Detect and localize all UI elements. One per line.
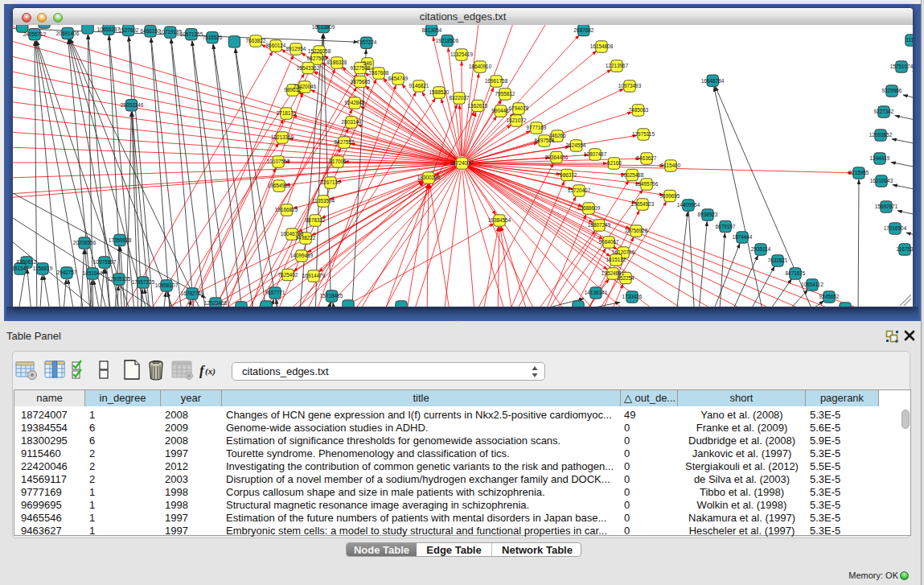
svg-text:7955812: 7955812 <box>495 91 515 97</box>
svg-text:12213967: 12213967 <box>606 63 629 68</box>
svg-text:24055712: 24055712 <box>23 31 47 37</box>
svg-text:989612: 989612 <box>284 87 302 93</box>
svg-text:20691406: 20691406 <box>56 31 80 36</box>
svg-text:917006: 917006 <box>329 159 347 164</box>
svg-text:18640910: 18640910 <box>469 64 492 69</box>
svg-text:8350612: 8350612 <box>17 259 37 265</box>
svg-text:29053346: 29053346 <box>121 102 144 108</box>
svg-text:15226058: 15226058 <box>308 48 331 54</box>
svg-text:9699695: 9699695 <box>660 193 680 199</box>
svg-text:7625402: 7625402 <box>278 272 298 278</box>
svg-text:9463627: 9463627 <box>637 155 657 161</box>
svg-text:18724007: 18724007 <box>450 160 474 166</box>
svg-text:12093852: 12093852 <box>869 132 893 138</box>
svg-text:1451944: 1451944 <box>83 270 103 276</box>
svg-text:9329966: 9329966 <box>882 88 902 93</box>
svg-text:391547: 391547 <box>13 266 29 271</box>
svg-text:17016504: 17016504 <box>884 225 907 231</box>
svg-text:3267130: 3267130 <box>321 179 341 185</box>
svg-text:7632621: 7632621 <box>768 257 788 263</box>
svg-text:1112: 1112 <box>906 37 913 43</box>
svg-text:2087682: 2087682 <box>574 27 594 33</box>
svg-text:10958107: 10958107 <box>155 282 179 288</box>
svg-text:7485063: 7485063 <box>629 107 649 113</box>
svg-text:1362615: 1362615 <box>468 103 488 109</box>
svg-text:12905135: 12905135 <box>108 276 131 282</box>
svg-text:8660124: 8660124 <box>266 43 286 48</box>
svg-text:8427552: 8427552 <box>335 139 355 145</box>
svg-text:7663822: 7663822 <box>246 38 266 43</box>
svg-text:8912954: 8912954 <box>286 46 306 51</box>
svg-text:1615132: 1615132 <box>606 257 626 262</box>
svg-text:8878332: 8878332 <box>306 217 326 223</box>
svg-text:16154808: 16154808 <box>590 43 614 49</box>
svg-text:3624554: 3624554 <box>566 142 586 148</box>
svg-text:10688609: 10688609 <box>577 205 601 211</box>
svg-text:6497568: 6497568 <box>535 138 555 143</box>
svg-text:14409954: 14409954 <box>677 202 700 208</box>
svg-text:2942757: 2942757 <box>57 270 77 275</box>
svg-text:6794078: 6794078 <box>509 105 529 111</box>
svg-text:8471676: 8471676 <box>786 270 806 276</box>
svg-text:19756928: 19756928 <box>625 228 648 233</box>
svg-text:9245652: 9245652 <box>819 294 840 299</box>
svg-text:10654112: 10654112 <box>801 282 823 287</box>
svg-text:9498222: 9498222 <box>296 235 316 241</box>
svg-text:17359928: 17359928 <box>109 237 132 243</box>
svg-text:16210643: 16210643 <box>870 178 893 183</box>
svg-text:9777169: 9777169 <box>527 125 547 130</box>
svg-text:17975115: 17975115 <box>632 131 655 137</box>
svg-text:(x): (x) <box>205 366 216 377</box>
svg-text:1156819: 1156819 <box>33 266 53 271</box>
svg-text:20206556: 20206556 <box>73 240 97 245</box>
svg-text:9242848: 9242848 <box>345 100 365 105</box>
svg-text:11325419: 11325419 <box>450 51 473 57</box>
svg-text:990448: 990448 <box>491 108 509 113</box>
svg-text:3875685: 3875685 <box>351 79 371 84</box>
svg-text:7515526: 7515526 <box>203 35 223 40</box>
svg-text:10025488: 10025488 <box>621 172 644 178</box>
svg-text:8938923: 8938923 <box>698 212 718 217</box>
svg-text:252254: 252254 <box>617 275 634 281</box>
svg-text:15692971: 15692971 <box>875 204 898 209</box>
svg-text:2803144: 2803144 <box>342 119 362 125</box>
svg-text:18300295: 18300295 <box>417 175 441 180</box>
svg-text:9146821: 9146821 <box>409 83 429 89</box>
svg-text:19654983: 19654983 <box>268 183 291 188</box>
svg-text:10655287: 10655287 <box>97 27 121 32</box>
svg-text:62160: 62160 <box>607 160 622 166</box>
svg-text:20364436: 20364436 <box>545 154 569 160</box>
svg-text:7986372: 7986372 <box>557 172 577 178</box>
svg-text:6679197: 6679197 <box>716 224 736 229</box>
svg-text:10807487: 10807487 <box>584 151 607 157</box>
svg-text:17957225: 17957225 <box>132 279 155 285</box>
svg-text:8215955: 8215955 <box>849 170 869 175</box>
svg-text:16648784: 16648784 <box>701 78 725 84</box>
svg-text:2718176: 2718176 <box>277 110 297 116</box>
svg-text:9084067: 9084067 <box>599 239 619 245</box>
svg-text:14136141: 14136141 <box>585 290 608 295</box>
svg-text:10671355: 10671355 <box>180 31 203 37</box>
svg-text:15751074: 15751074 <box>890 64 913 69</box>
svg-text:19384554: 19384554 <box>488 217 511 223</box>
svg-text:9115460: 9115460 <box>661 163 681 168</box>
svg-text:16961758: 16961758 <box>485 78 508 84</box>
svg-text:7357224: 7357224 <box>357 39 377 45</box>
svg-text:9327508: 9327508 <box>351 65 371 71</box>
svg-text:10973493: 10973493 <box>618 83 642 89</box>
svg-text:10719185: 10719185 <box>159 29 183 35</box>
svg-text:12923468: 12923468 <box>204 300 228 306</box>
svg-text:14099489: 14099489 <box>290 253 314 258</box>
svg-text:1733426: 1733426 <box>622 294 643 299</box>
svg-text:10975887: 10975887 <box>93 259 117 265</box>
svg-text:9827503: 9827503 <box>307 56 327 61</box>
svg-text:19166825: 19166825 <box>275 207 298 212</box>
svg-text:9657771: 9657771 <box>265 290 285 295</box>
svg-text:1527602: 1527602 <box>119 27 139 33</box>
svg-text:2935114: 2935114 <box>751 246 771 252</box>
svg-text:18807249: 18807249 <box>588 222 611 228</box>
svg-text:16914479: 16914479 <box>302 273 326 278</box>
svg-text:8454749: 8454749 <box>388 76 409 81</box>
svg-text:15718485: 15718485 <box>320 293 343 299</box>
svg-text:6466160: 6466160 <box>141 28 161 34</box>
